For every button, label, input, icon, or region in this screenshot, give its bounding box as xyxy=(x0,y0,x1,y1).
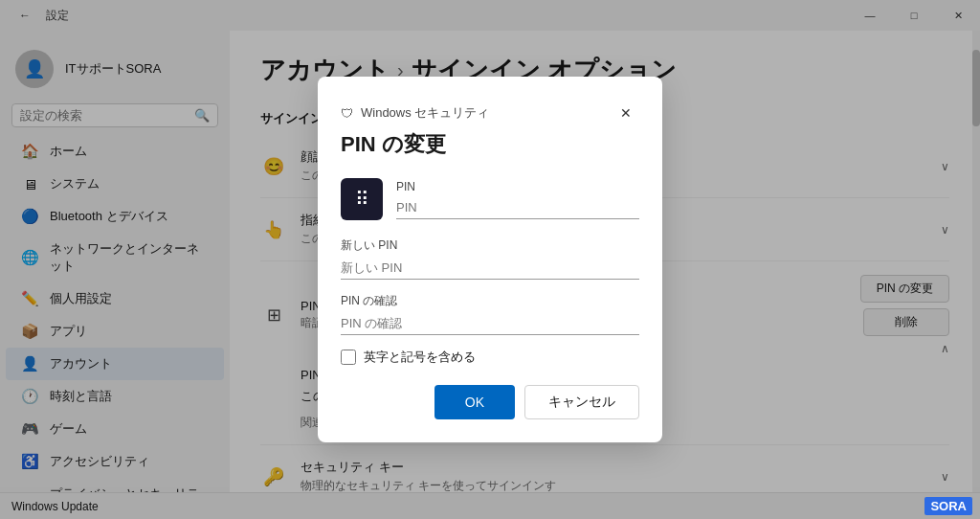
confirm-pin-label: PIN の確認 xyxy=(341,293,639,309)
dialog-close-button[interactable]: ✕ xyxy=(612,100,639,126)
dialog-pin-icon: ⠿ xyxy=(341,178,383,220)
dialog-title: PIN の変更 xyxy=(341,130,639,159)
shield-icon: 🛡 xyxy=(341,106,353,121)
cancel-button[interactable]: キャンセル xyxy=(524,385,639,419)
new-pin-input[interactable] xyxy=(341,257,639,280)
confirm-pin-field-group: PIN の確認 xyxy=(341,293,639,335)
pin-input[interactable] xyxy=(396,196,639,219)
confirm-pin-input[interactable] xyxy=(341,312,639,335)
dialog-overlay: 🛡 Windows セキュリティ ✕ PIN の変更 ⠿ PIN 新しい PIN… xyxy=(0,0,980,519)
include-letters-checkbox[interactable] xyxy=(341,350,356,365)
new-pin-field-group: 新しい PIN xyxy=(341,237,639,280)
watermark: SORA xyxy=(924,497,972,515)
pin-change-dialog: 🛡 Windows セキュリティ ✕ PIN の変更 ⠿ PIN 新しい PIN… xyxy=(318,77,662,442)
dialog-header-left: 🛡 Windows セキュリティ xyxy=(341,104,489,122)
include-letters-row: 英字と記号を含める xyxy=(341,349,639,366)
ok-button[interactable]: OK xyxy=(434,385,515,419)
pin-field-label: PIN xyxy=(396,180,639,193)
new-pin-label: 新しい PIN xyxy=(341,237,639,254)
dialog-header: 🛡 Windows セキュリティ ✕ xyxy=(341,100,639,126)
include-letters-label: 英字と記号を含める xyxy=(364,349,476,366)
dialog-pin-field: PIN xyxy=(396,180,639,219)
dialog-buttons: OK キャンセル xyxy=(341,385,639,419)
dialog-pin-row: ⠿ PIN xyxy=(341,178,639,220)
dialog-security-title: Windows セキュリティ xyxy=(361,104,489,122)
